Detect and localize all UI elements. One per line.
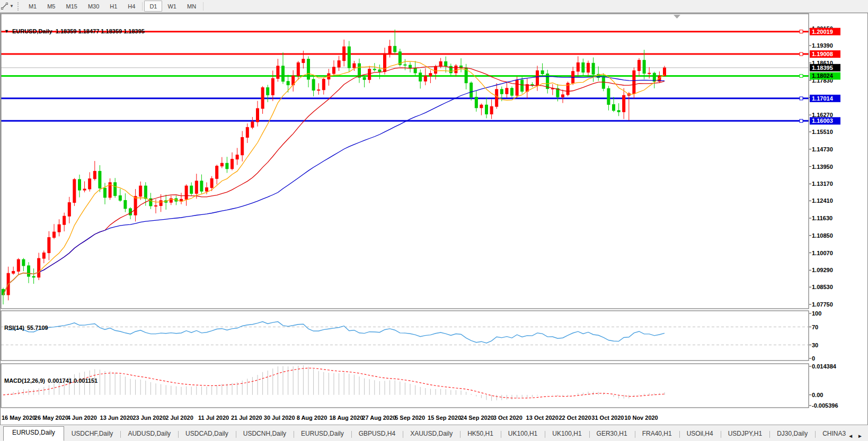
price-axis-tick: 1.10850 — [812, 232, 833, 239]
chart-tab-eurusd-daily[interactable]: EURUSD,Daily — [294, 427, 351, 441]
price-axis-tick: 1.14730 — [812, 146, 833, 152]
timeframe-button-m1[interactable]: M1 — [23, 1, 42, 12]
chart-tab-china300-h1[interactable]: CHINA300,H1 — [815, 427, 846, 441]
line-anchor-handle[interactable] — [800, 30, 803, 33]
timeframe-button-h1[interactable]: H1 — [104, 1, 122, 12]
timeframe-button-mn[interactable]: MN — [182, 1, 201, 12]
price-label-text: 1.18024 — [812, 73, 834, 79]
chart-tab-uk100-h1[interactable]: UK100,H1 — [501, 427, 545, 441]
price-axis-tick: 1.16270 — [812, 112, 833, 118]
timeframe-button-m15[interactable]: M15 — [60, 1, 82, 12]
chart-tab-usdjpy-h1[interactable]: USDJPY,H1 — [721, 427, 769, 441]
x-axis-date-label: 24 Sep 2020 — [460, 415, 494, 421]
line-anchor-handle[interactable] — [800, 52, 803, 56]
toolbar-separator — [203, 2, 203, 11]
price-axis-tick: 1.13950 — [812, 164, 833, 170]
line-anchor-handle[interactable] — [800, 97, 803, 100]
chart-tab-eurusd-daily[interactable]: EURUSD,Daily — [3, 426, 64, 441]
chart-tab-dj30-daily[interactable]: DJ30,Daily — [769, 427, 815, 441]
mt4-terminal: ▼ M1M5M15M30H1H4D1W1MN 1.201501.193901.1… — [0, 0, 868, 441]
drawing-tool-icon[interactable] — [1, 2, 9, 11]
x-axis-date-label: 18 Aug 2020 — [330, 415, 364, 421]
moving-average-line — [3, 61, 665, 295]
main-price-panel — [1, 30, 809, 304]
chart-tab-hk50-h1[interactable]: HK50,H1 — [460, 427, 501, 441]
x-axis-date-label: 10 Nov 2020 — [624, 415, 658, 421]
price-axis-tick: 1.15510 — [812, 129, 833, 135]
rsi-axis-tick: 30 — [812, 342, 818, 348]
x-axis-date-label: 4 Jun 2020 — [67, 415, 97, 421]
chart-tab-bar: EURUSD,DailyUSDCHF,DailyAUDUSD,DailyUSDC… — [0, 425, 868, 441]
panel-border — [1, 14, 809, 309]
macd-panel — [3, 365, 665, 401]
toolbar-separator — [142, 2, 143, 11]
x-axis-date-label: 16 May 2020 — [2, 415, 36, 421]
price-axis-tick: 1.19390 — [812, 42, 833, 49]
dropdown-caret-icon[interactable]: ▼ — [10, 4, 14, 8]
chart-tab-uk100-h1[interactable]: UK100,H1 — [545, 427, 589, 441]
x-axis-date-label: 21 Jul 2020 — [231, 415, 262, 421]
timeframe-buttons: M1M5M15M30H1H4D1W1MN — [23, 1, 201, 12]
x-axis-date-label: 8 Aug 2020 — [297, 415, 327, 421]
macd-values: 0.001741 0.001151 — [48, 377, 98, 384]
chart-tab-gbpusd-h4[interactable]: GBPUSD,H4 — [351, 427, 403, 441]
timeframe-button-m30[interactable]: M30 — [83, 1, 104, 12]
x-axis-date-label: 23 Jun 2020 — [132, 415, 165, 421]
rsi-line — [8, 322, 665, 343]
chart-canvas[interactable]: 1.201501.193901.186101.178301.170501.162… — [0, 13, 868, 425]
x-axis-date-label: 13 Jun 2020 — [100, 415, 133, 421]
tab-scroll-left-icon[interactable]: ◄ — [848, 433, 853, 439]
macd-name: MACD(12,26,9) — [4, 377, 45, 384]
chart-symbol-label: EURUSD,Daily — [12, 28, 52, 34]
rsi-name: RSI(14) — [4, 325, 24, 331]
x-axis-date-label: 13 Oct 2020 — [526, 415, 559, 421]
rsi-panel — [1, 322, 809, 345]
chart-title: ▼ EURUSD,Daily 1.18359 1.18477 1.18359 1… — [4, 28, 145, 34]
x-axis-date-label: 27 Aug 2020 — [362, 415, 396, 421]
price-label-text: 1.20019 — [812, 29, 833, 35]
macd-axis-tick: -0.005396 — [812, 402, 838, 409]
rsi-indicator-label: RSI(14)55.7109 — [4, 325, 51, 331]
chart-tab-usdcad-daily[interactable]: USDCAD,Daily — [178, 427, 236, 441]
x-axis-date-label: 11 Jul 2020 — [198, 415, 229, 421]
chart-tab-xauusd-daily[interactable]: XAUUSD,Daily — [403, 427, 460, 441]
macd-axis-tick: 0.014384 — [812, 363, 837, 370]
rsi-axis-tick: 70 — [812, 324, 818, 330]
price-label-text: 1.19008 — [812, 51, 833, 57]
toolbar-grip — [17, 2, 21, 11]
price-label-text: 1.17014 — [812, 95, 834, 102]
timeframe-button-w1[interactable]: W1 — [162, 1, 182, 12]
price-axis-tick: 1.11630 — [812, 215, 832, 221]
rsi-axis-tick: 0 — [812, 355, 815, 362]
chart-tab-audusd-daily[interactable]: AUDUSD,Daily — [120, 427, 178, 441]
chart-window[interactable]: 1.201501.193901.186101.178301.170501.162… — [0, 13, 868, 425]
rsi-value: 55.7109 — [27, 325, 48, 331]
panel-border — [1, 311, 809, 361]
chart-tab-usdchf-daily[interactable]: USDCHF,Daily — [64, 427, 121, 441]
timeframe-button-h4[interactable]: H4 — [122, 1, 140, 12]
timeframe-button-d1[interactable]: D1 — [144, 1, 162, 12]
tab-scroll-right-icon[interactable]: ► — [857, 433, 863, 439]
x-axis-date-label: 22 Oct 2020 — [559, 415, 591, 421]
line-anchor-handle[interactable] — [800, 74, 803, 77]
collapse-triangle-icon[interactable]: ▼ — [4, 29, 9, 34]
chart-tab-usoil-h4[interactable]: USOil,H4 — [679, 427, 721, 441]
moving-average-line — [3, 76, 665, 295]
price-axis-tick: 1.07750 — [812, 301, 833, 308]
rsi-axis-tick: 100 — [812, 310, 821, 317]
price-shift-marker-icon[interactable] — [674, 15, 680, 19]
timeframe-toolbar: ▼ M1M5M15M30H1H4D1W1MN — [0, 0, 868, 13]
price-axis-tick: 1.13170 — [812, 181, 833, 187]
chart-tab-ger30-h1[interactable]: GER30,H1 — [589, 427, 635, 441]
x-axis-date-label: 3 Oct 2020 — [493, 415, 522, 421]
x-axis-date-label: 15 Sep 2020 — [428, 415, 461, 421]
price-label-text: 1.16003 — [812, 118, 833, 124]
moving-average-line — [3, 66, 665, 295]
line-anchor-handle[interactable] — [800, 119, 803, 122]
timeframe-button-m5[interactable]: M5 — [42, 1, 60, 12]
price-label-text: 1.18395 — [812, 65, 833, 71]
macd-axis-tick: 0.00 — [812, 392, 823, 398]
tab-scroll-nav: ◄ ► — [846, 433, 868, 441]
chart-tab-fra40-h1[interactable]: FRA40,H1 — [635, 427, 679, 441]
chart-tab-usdcnh-daily[interactable]: USDCNH,Daily — [236, 427, 294, 441]
